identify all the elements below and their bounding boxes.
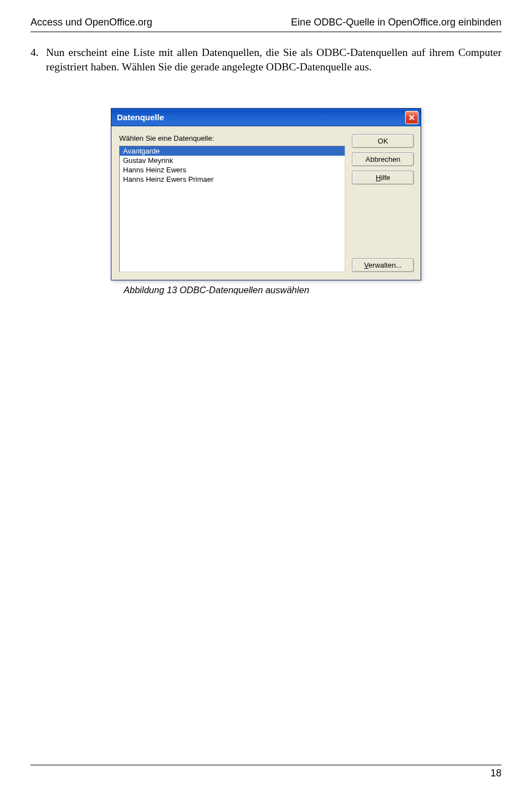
list-item[interactable]: Hanns Heinz Ewers Primaer bbox=[120, 175, 345, 184]
list-item[interactable]: Avantgarde bbox=[120, 146, 345, 156]
close-icon[interactable] bbox=[405, 111, 418, 124]
manage-button[interactable]: Verwalten... bbox=[352, 258, 414, 272]
help-button[interactable]: Hilfe bbox=[352, 171, 414, 185]
header-left: Access und OpenOffice.org bbox=[30, 17, 152, 28]
list-text: Nun erscheint eine Liste mit allen Daten… bbox=[46, 45, 502, 75]
list-number: 4. bbox=[30, 45, 46, 75]
figure-caption: Abbildung 13 ODBC-Datenquellen auswählen bbox=[124, 285, 502, 295]
dialog-titlebar: Datenquelle bbox=[111, 109, 421, 126]
cancel-button[interactable]: Abbrechen bbox=[352, 152, 414, 166]
footer-rule bbox=[30, 765, 502, 765]
list-item[interactable]: Hanns Heinz Ewers bbox=[120, 165, 345, 175]
datasource-listbox[interactable]: Avantgarde Gustav Meyrink Hanns Heinz Ew… bbox=[119, 146, 345, 272]
body-paragraph: 4. Nun erscheint eine Liste mit allen Da… bbox=[30, 45, 502, 75]
header-rule bbox=[30, 32, 502, 32]
ok-button[interactable]: OK bbox=[352, 134, 414, 148]
dialog-title: Datenquelle bbox=[117, 112, 405, 122]
page-number: 18 bbox=[30, 768, 502, 779]
list-item[interactable]: Gustav Meyrink bbox=[120, 156, 345, 165]
dialog-prompt: Wählen Sie eine Datenquelle: bbox=[119, 134, 345, 142]
datasource-dialog: Datenquelle Wählen Sie eine Datenquelle:… bbox=[111, 108, 421, 280]
header-right: Eine ODBC-Quelle in OpenOffice.org einbi… bbox=[291, 17, 502, 28]
